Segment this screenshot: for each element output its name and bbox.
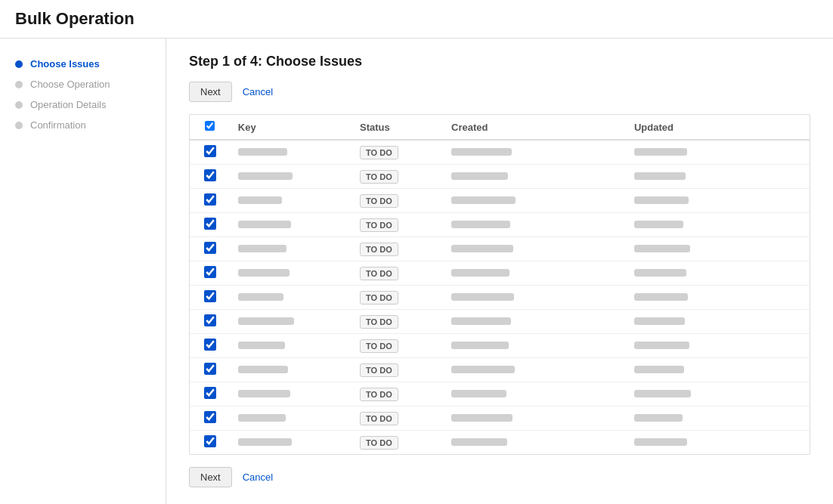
bottom-action-bar: Next Cancel [189,467,810,487]
row-status: TO DO [352,382,444,407]
row-updated [627,165,810,189]
row-checkbox[interactable] [204,145,216,157]
row-key [231,213,352,237]
sidebar-item-confirmation[interactable]: Confirmation [0,115,166,135]
col-status-header: Status [352,115,444,140]
row-status: TO DO [352,358,444,382]
sidebar-item-operation-details[interactable]: Operation Details [0,94,166,115]
sidebar-label-choose-issues: Choose Issues [30,58,100,70]
row-checkbox-cell [190,382,231,407]
row-updated [627,382,810,407]
main-content: Step 1 of 4: Choose Issues Next Cancel K… [166,39,833,504]
row-checkbox-cell [190,407,231,431]
row-created [444,382,627,407]
table-row: TO DO [190,358,810,382]
table-row: TO DO [190,165,810,189]
row-updated [627,310,810,334]
row-checkbox-cell [190,189,231,213]
row-checkbox-cell [190,310,231,334]
sidebar-label-choose-operation: Choose Operation [30,79,110,90]
row-status: TO DO [352,213,444,237]
step-title: Step 1 of 4: Choose Issues [189,54,810,70]
row-checkbox[interactable] [204,242,216,254]
sidebar: Choose IssuesChoose OperationOperation D… [0,39,166,504]
sidebar-item-choose-operation[interactable]: Choose Operation [0,74,166,94]
row-updated [627,431,810,455]
row-checkbox[interactable] [204,266,216,278]
top-cancel-button[interactable]: Cancel [240,82,276,101]
table-header-row: Key Status Created Updated [190,115,810,140]
sidebar-dot-choose-issues [15,60,23,68]
row-checkbox-cell [190,165,231,189]
table-row: TO DO [190,407,810,431]
row-key [231,358,352,382]
sidebar-item-choose-issues[interactable]: Choose Issues [0,54,166,74]
row-updated [627,407,810,431]
row-checkbox[interactable] [204,387,216,399]
select-all-header [190,115,231,140]
row-status: TO DO [352,310,444,334]
row-updated [627,358,810,382]
row-created [444,261,627,286]
row-updated [627,261,810,286]
row-created [444,213,627,237]
row-checkbox[interactable] [204,169,216,181]
top-action-bar: Next Cancel [189,82,810,102]
row-key [231,382,352,407]
table-row: TO DO [190,382,810,407]
table-row: TO DO [190,237,810,261]
row-status: TO DO [352,165,444,189]
row-status: TO DO [352,261,444,286]
sidebar-dot-choose-operation [15,81,23,88]
table-row: TO DO [190,213,810,237]
table-row: TO DO [190,310,810,334]
issues-table: Key Status Created Updated TO DOTO DOTO … [190,115,810,454]
col-key-header: Key [231,115,352,140]
row-checkbox[interactable] [204,411,216,423]
bottom-next-button[interactable]: Next [189,467,232,487]
row-checkbox-cell [190,431,231,455]
bottom-cancel-button[interactable]: Cancel [240,468,276,487]
row-updated [627,334,810,358]
row-checkbox[interactable] [204,290,216,302]
row-checkbox-cell [190,140,231,165]
page-title: Bulk Operation [15,9,818,29]
table-row: TO DO [190,189,810,213]
row-created [444,431,627,455]
row-key [231,140,352,165]
row-created [444,358,627,382]
row-status: TO DO [352,286,444,310]
row-status: TO DO [352,407,444,431]
col-updated-header: Updated [627,115,810,140]
row-created [444,286,627,310]
row-checkbox[interactable] [204,339,216,351]
row-checkbox[interactable] [204,218,216,230]
row-created [444,310,627,334]
select-all-checkbox[interactable] [205,121,215,131]
row-key [231,407,352,431]
row-key [231,286,352,310]
row-created [444,165,627,189]
row-key [231,189,352,213]
row-checkbox[interactable] [204,435,216,447]
row-updated [627,286,810,310]
table-row: TO DO [190,261,810,286]
row-checkbox-cell [190,358,231,382]
row-updated [627,140,810,165]
row-checkbox-cell [190,334,231,358]
row-checkbox[interactable] [204,314,216,326]
row-created [444,140,627,165]
row-status: TO DO [352,334,444,358]
table-row: TO DO [190,286,810,310]
row-created [444,334,627,358]
row-checkbox-cell [190,213,231,237]
top-next-button[interactable]: Next [189,82,232,102]
row-updated [627,213,810,237]
col-created-header: Created [444,115,627,140]
row-checkbox[interactable] [204,193,216,206]
row-checkbox[interactable] [204,363,216,375]
sidebar-label-operation-details: Operation Details [30,99,106,110]
row-updated [627,237,810,261]
issues-table-wrapper: Key Status Created Updated TO DOTO DOTO … [189,114,810,455]
row-created [444,407,627,431]
